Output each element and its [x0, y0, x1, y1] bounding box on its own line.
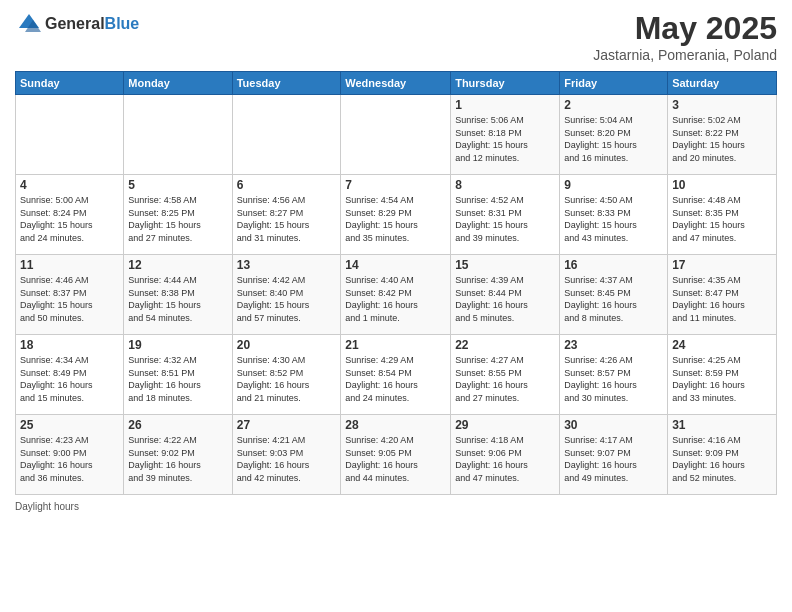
day-number: 14 [345, 258, 446, 272]
calendar: SundayMondayTuesdayWednesdayThursdayFrid… [15, 71, 777, 495]
day-cell: 22Sunrise: 4:27 AMSunset: 8:55 PMDayligh… [451, 335, 560, 415]
col-header-tuesday: Tuesday [232, 72, 341, 95]
day-number: 2 [564, 98, 663, 112]
day-number: 1 [455, 98, 555, 112]
day-cell: 14Sunrise: 4:40 AMSunset: 8:42 PMDayligh… [341, 255, 451, 335]
day-cell: 5Sunrise: 4:58 AMSunset: 8:25 PMDaylight… [124, 175, 232, 255]
title-section: May 2025 Jastarnia, Pomerania, Poland [593, 10, 777, 63]
day-cell: 25Sunrise: 4:23 AMSunset: 9:00 PMDayligh… [16, 415, 124, 495]
day-number: 22 [455, 338, 555, 352]
day-number: 30 [564, 418, 663, 432]
week-row-0: 1Sunrise: 5:06 AMSunset: 8:18 PMDaylight… [16, 95, 777, 175]
day-number: 9 [564, 178, 663, 192]
day-info: Sunrise: 4:29 AMSunset: 8:54 PMDaylight:… [345, 354, 446, 404]
day-cell: 6Sunrise: 4:56 AMSunset: 8:27 PMDaylight… [232, 175, 341, 255]
day-info: Sunrise: 4:42 AMSunset: 8:40 PMDaylight:… [237, 274, 337, 324]
logo-blue: Blue [105, 15, 140, 32]
day-info: Sunrise: 4:48 AMSunset: 8:35 PMDaylight:… [672, 194, 772, 244]
day-info: Sunrise: 4:20 AMSunset: 9:05 PMDaylight:… [345, 434, 446, 484]
day-cell: 29Sunrise: 4:18 AMSunset: 9:06 PMDayligh… [451, 415, 560, 495]
day-info: Sunrise: 5:06 AMSunset: 8:18 PMDaylight:… [455, 114, 555, 164]
day-cell: 19Sunrise: 4:32 AMSunset: 8:51 PMDayligh… [124, 335, 232, 415]
day-cell: 13Sunrise: 4:42 AMSunset: 8:40 PMDayligh… [232, 255, 341, 335]
day-info: Sunrise: 4:50 AMSunset: 8:33 PMDaylight:… [564, 194, 663, 244]
day-cell: 27Sunrise: 4:21 AMSunset: 9:03 PMDayligh… [232, 415, 341, 495]
main-title: May 2025 [593, 10, 777, 47]
week-row-1: 4Sunrise: 5:00 AMSunset: 8:24 PMDaylight… [16, 175, 777, 255]
day-number: 11 [20, 258, 119, 272]
col-header-friday: Friday [560, 72, 668, 95]
day-cell: 24Sunrise: 4:25 AMSunset: 8:59 PMDayligh… [668, 335, 777, 415]
day-cell: 15Sunrise: 4:39 AMSunset: 8:44 PMDayligh… [451, 255, 560, 335]
day-cell: 31Sunrise: 4:16 AMSunset: 9:09 PMDayligh… [668, 415, 777, 495]
page: GeneralBlue May 2025 Jastarnia, Pomerani… [0, 0, 792, 612]
day-info: Sunrise: 5:02 AMSunset: 8:22 PMDaylight:… [672, 114, 772, 164]
day-cell: 10Sunrise: 4:48 AMSunset: 8:35 PMDayligh… [668, 175, 777, 255]
day-info: Sunrise: 4:46 AMSunset: 8:37 PMDaylight:… [20, 274, 119, 324]
day-info: Sunrise: 4:27 AMSunset: 8:55 PMDaylight:… [455, 354, 555, 404]
day-number: 4 [20, 178, 119, 192]
day-info: Sunrise: 4:44 AMSunset: 8:38 PMDaylight:… [128, 274, 227, 324]
day-number: 16 [564, 258, 663, 272]
day-number: 18 [20, 338, 119, 352]
day-number: 28 [345, 418, 446, 432]
day-info: Sunrise: 4:23 AMSunset: 9:00 PMDaylight:… [20, 434, 119, 484]
day-cell: 2Sunrise: 5:04 AMSunset: 8:20 PMDaylight… [560, 95, 668, 175]
day-number: 25 [20, 418, 119, 432]
day-cell [341, 95, 451, 175]
logo-icon [15, 10, 43, 38]
day-number: 21 [345, 338, 446, 352]
day-number: 17 [672, 258, 772, 272]
day-cell: 23Sunrise: 4:26 AMSunset: 8:57 PMDayligh… [560, 335, 668, 415]
day-info: Sunrise: 4:25 AMSunset: 8:59 PMDaylight:… [672, 354, 772, 404]
day-cell [16, 95, 124, 175]
day-number: 6 [237, 178, 337, 192]
day-info: Sunrise: 4:56 AMSunset: 8:27 PMDaylight:… [237, 194, 337, 244]
col-header-saturday: Saturday [668, 72, 777, 95]
footer-text: Daylight hours [15, 501, 79, 512]
day-cell: 8Sunrise: 4:52 AMSunset: 8:31 PMDaylight… [451, 175, 560, 255]
day-number: 5 [128, 178, 227, 192]
day-number: 29 [455, 418, 555, 432]
day-cell: 21Sunrise: 4:29 AMSunset: 8:54 PMDayligh… [341, 335, 451, 415]
day-info: Sunrise: 5:00 AMSunset: 8:24 PMDaylight:… [20, 194, 119, 244]
logo: GeneralBlue [15, 10, 139, 38]
day-number: 10 [672, 178, 772, 192]
day-info: Sunrise: 4:35 AMSunset: 8:47 PMDaylight:… [672, 274, 772, 324]
calendar-header-row: SundayMondayTuesdayWednesdayThursdayFrid… [16, 72, 777, 95]
day-cell: 17Sunrise: 4:35 AMSunset: 8:47 PMDayligh… [668, 255, 777, 335]
subtitle: Jastarnia, Pomerania, Poland [593, 47, 777, 63]
day-info: Sunrise: 4:18 AMSunset: 9:06 PMDaylight:… [455, 434, 555, 484]
week-row-4: 25Sunrise: 4:23 AMSunset: 9:00 PMDayligh… [16, 415, 777, 495]
day-number: 7 [345, 178, 446, 192]
day-info: Sunrise: 4:37 AMSunset: 8:45 PMDaylight:… [564, 274, 663, 324]
day-info: Sunrise: 4:22 AMSunset: 9:02 PMDaylight:… [128, 434, 227, 484]
day-cell: 4Sunrise: 5:00 AMSunset: 8:24 PMDaylight… [16, 175, 124, 255]
day-info: Sunrise: 4:52 AMSunset: 8:31 PMDaylight:… [455, 194, 555, 244]
col-header-sunday: Sunday [16, 72, 124, 95]
day-cell: 11Sunrise: 4:46 AMSunset: 8:37 PMDayligh… [16, 255, 124, 335]
day-number: 8 [455, 178, 555, 192]
day-number: 23 [564, 338, 663, 352]
col-header-thursday: Thursday [451, 72, 560, 95]
day-number: 12 [128, 258, 227, 272]
week-row-2: 11Sunrise: 4:46 AMSunset: 8:37 PMDayligh… [16, 255, 777, 335]
day-cell: 3Sunrise: 5:02 AMSunset: 8:22 PMDaylight… [668, 95, 777, 175]
day-info: Sunrise: 5:04 AMSunset: 8:20 PMDaylight:… [564, 114, 663, 164]
day-info: Sunrise: 4:26 AMSunset: 8:57 PMDaylight:… [564, 354, 663, 404]
day-cell: 28Sunrise: 4:20 AMSunset: 9:05 PMDayligh… [341, 415, 451, 495]
day-info: Sunrise: 4:21 AMSunset: 9:03 PMDaylight:… [237, 434, 337, 484]
footer: Daylight hours [15, 501, 777, 512]
day-cell: 1Sunrise: 5:06 AMSunset: 8:18 PMDaylight… [451, 95, 560, 175]
day-info: Sunrise: 4:32 AMSunset: 8:51 PMDaylight:… [128, 354, 227, 404]
day-number: 24 [672, 338, 772, 352]
day-number: 19 [128, 338, 227, 352]
day-cell: 18Sunrise: 4:34 AMSunset: 8:49 PMDayligh… [16, 335, 124, 415]
logo-general: General [45, 15, 105, 32]
header: GeneralBlue May 2025 Jastarnia, Pomerani… [15, 10, 777, 63]
col-header-monday: Monday [124, 72, 232, 95]
day-info: Sunrise: 4:39 AMSunset: 8:44 PMDaylight:… [455, 274, 555, 324]
day-number: 3 [672, 98, 772, 112]
day-info: Sunrise: 4:54 AMSunset: 8:29 PMDaylight:… [345, 194, 446, 244]
day-cell [232, 95, 341, 175]
